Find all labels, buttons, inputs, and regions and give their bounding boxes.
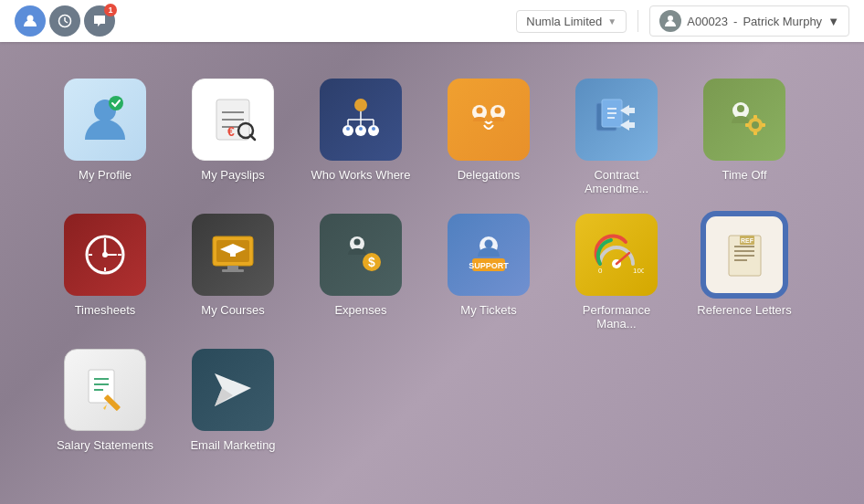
who-works-where-label: Who Works Where	[311, 168, 411, 182]
chat-icon-btn[interactable]: 1	[84, 5, 115, 37]
app-tile-expenses[interactable]: $ Expenses	[311, 214, 411, 317]
svg-point-25	[372, 127, 375, 131]
company-selector[interactable]: Numla Limited ▼	[516, 10, 627, 33]
svg-point-4	[668, 16, 673, 21]
svg-point-6	[109, 96, 123, 110]
app-row-3: Salary Statements Email Marketing	[55, 349, 809, 452]
app-row-1: My Profile € My Payslips	[55, 79, 809, 195]
avatar	[659, 10, 681, 32]
contract-icon	[575, 79, 658, 161]
performance-management-label: Performance Mana...	[566, 303, 667, 331]
delegations-label: Delegations	[458, 168, 521, 182]
time-off-icon	[703, 79, 785, 161]
email-marketing-label: Email Marketing	[190, 438, 275, 452]
time-off-label: Time Off	[722, 168, 766, 182]
app-tile-email-marketing[interactable]: Email Marketing	[183, 349, 283, 452]
svg-point-28	[477, 108, 483, 114]
performance-icon: 0 100	[575, 214, 658, 296]
svg-rect-39	[753, 115, 757, 119]
svg-point-24	[359, 127, 363, 131]
svg-rect-42	[762, 123, 765, 127]
svg-text:100: 100	[633, 267, 644, 275]
svg-point-23	[346, 127, 350, 131]
main-content: My Profile € My Payslips	[0, 42, 864, 488]
my-tickets-icon: SUPPORT	[448, 214, 530, 296]
user-icon-btn[interactable]	[15, 5, 46, 37]
app-tile-my-payslips[interactable]: € My Payslips	[183, 79, 283, 182]
my-payslips-label: My Payslips	[201, 168, 264, 182]
my-courses-icon	[192, 214, 274, 296]
svg-line-3	[65, 21, 68, 23]
svg-point-38	[752, 121, 759, 129]
svg-point-36	[737, 105, 744, 112]
user-menu-btn[interactable]: A00023 - Patrick Murphy ▼	[649, 5, 849, 37]
email-marketing-icon	[192, 349, 274, 431]
app-tile-my-courses[interactable]: My Courses	[183, 214, 283, 317]
svg-point-62	[485, 240, 493, 248]
timesheets-icon	[64, 214, 146, 296]
svg-text:€: €	[227, 124, 235, 139]
delegations-icon	[448, 79, 530, 161]
my-profile-label: My Profile	[79, 168, 132, 182]
app-tile-my-profile[interactable]: My Profile	[55, 79, 155, 182]
company-name: Numla Limited	[526, 15, 602, 28]
clock-icon-btn[interactable]	[49, 5, 80, 37]
svg-text:REF: REF	[741, 237, 754, 244]
svg-line-13	[250, 135, 255, 140]
app-tile-timesheets[interactable]: Timesheets	[55, 214, 155, 317]
user-name: Patrick Murphy	[743, 15, 822, 28]
my-tickets-label: My Tickets	[460, 303, 516, 317]
expenses-label: Expenses	[334, 303, 386, 317]
my-courses-label: My Courses	[201, 303, 264, 317]
user-separator: -	[733, 15, 737, 28]
svg-rect-56	[222, 269, 244, 272]
svg-text:$: $	[368, 255, 375, 269]
app-tile-salary-statements[interactable]: Salary Statements	[55, 349, 155, 452]
app-tile-my-tickets[interactable]: SUPPORT My Tickets	[438, 214, 539, 317]
app-tile-performance-management[interactable]: 0 100 Performance Mana...	[566, 214, 667, 331]
app-tile-contract-amendments[interactable]: Contract Amendme...	[566, 79, 667, 195]
svg-point-14	[354, 99, 367, 111]
app-tile-reference-letters[interactable]: REF Reference Letters	[694, 214, 795, 317]
expenses-icon: $	[320, 214, 402, 296]
svg-point-58	[354, 239, 361, 246]
app-row-2: Timesheets My Courses	[55, 214, 809, 331]
company-caret: ▼	[607, 16, 616, 26]
who-works-where-icon	[320, 79, 402, 161]
svg-marker-81	[103, 404, 107, 410]
app-tile-who-works-where[interactable]: Who Works Where	[311, 79, 411, 182]
header: 1 Numla Limited ▼ A00023 - Patrick Murph…	[0, 0, 864, 42]
reference-letters-icon: REF	[703, 214, 785, 296]
svg-text:SUPPORT: SUPPORT	[469, 261, 509, 270]
svg-rect-40	[753, 131, 757, 135]
svg-text:0: 0	[598, 267, 603, 275]
user-caret: ▼	[827, 15, 839, 28]
svg-line-66	[616, 253, 629, 264]
salary-statements-label: Salary Statements	[57, 438, 153, 452]
timesheets-label: Timesheets	[75, 303, 136, 317]
svg-rect-55	[227, 266, 238, 269]
salary-statements-icon	[64, 349, 146, 431]
svg-point-29	[495, 108, 501, 114]
header-divider	[637, 10, 638, 32]
app-tile-time-off[interactable]: Time Off	[694, 79, 795, 182]
chat-badge: 1	[104, 4, 117, 16]
contract-amendments-label: Contract Amendme...	[566, 168, 667, 195]
my-profile-icon	[64, 79, 146, 161]
svg-rect-41	[745, 123, 749, 127]
svg-rect-54	[230, 249, 236, 257]
user-id: A00023	[687, 15, 728, 28]
app-tile-delegations[interactable]: Delegations	[438, 79, 539, 182]
reference-letters-label: Reference Letters	[697, 303, 791, 317]
my-payslips-icon: €	[192, 79, 274, 161]
